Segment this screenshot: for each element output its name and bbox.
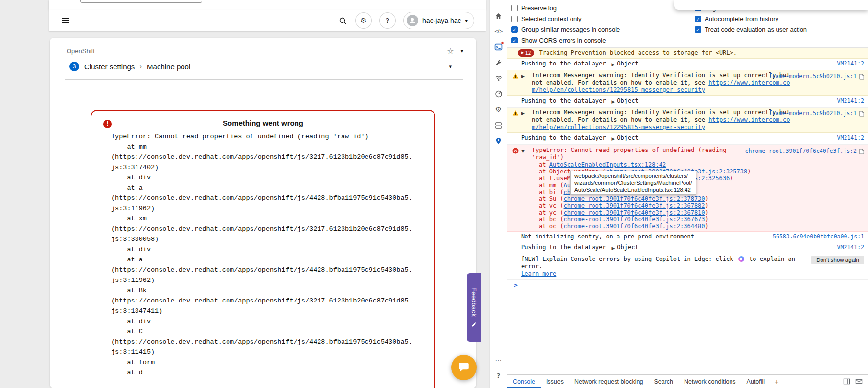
- network-icon[interactable]: [492, 71, 505, 85]
- masthead-search-input[interactable]: [80, 0, 202, 3]
- stack-frame: at oc (chrome-root.3901f70f6c40fe3f.js:2…: [539, 223, 751, 230]
- tab-network-conditions[interactable]: Network conditions: [679, 375, 741, 388]
- performance-icon[interactable]: [492, 87, 505, 101]
- stack-frame-link[interactable]: AutoScaleEnabledInputs.tsx:128:42: [549, 161, 666, 168]
- tab-network-request-blocking[interactable]: Network request blocking: [569, 375, 648, 388]
- object-label[interactable]: Object: [617, 97, 638, 105]
- object-label[interactable]: Object: [617, 244, 638, 251]
- chat-bubble-icon: [457, 361, 470, 374]
- expand-message-icon[interactable]: ▶: [521, 110, 525, 117]
- play-icon: ▶: [521, 49, 524, 57]
- favorite-star-icon[interactable]: ☆: [447, 46, 454, 56]
- help-button[interactable]: ?: [379, 12, 396, 29]
- checkbox-preserve-log[interactable]: Preserve log: [511, 4, 695, 12]
- console-message-tracking: ▶12 Tracking Prevention blocked access t…: [507, 48, 868, 59]
- console-tool-icon[interactable]: [492, 40, 505, 54]
- source-location-link[interactable]: VM2141:2: [831, 134, 864, 142]
- source-location-link[interactable]: 56583.6c94e0b0fbfc0a00.js:1: [767, 233, 864, 240]
- card-options-caret-icon[interactable]: ▾: [460, 48, 463, 54]
- chat-launcher-button[interactable]: [451, 355, 477, 380]
- tab-console[interactable]: Console: [507, 375, 541, 388]
- object-label[interactable]: Object: [617, 60, 638, 67]
- error-circle-icon: [512, 148, 519, 156]
- stack-frame: at yc (chrome-root.3901f70f6c40fe3f.js:2…: [539, 209, 751, 216]
- pencil-icon: [471, 322, 477, 327]
- checkbox-box: [695, 16, 701, 22]
- collapse-message-icon[interactable]: ▼: [521, 148, 525, 155]
- breadcrumb-machine-pool: Machine pool: [147, 63, 190, 71]
- gear-icon: ⚙: [360, 16, 366, 25]
- source-location-link[interactable]: chrome-root.3901f70f6c40fe3f.js:2: [745, 148, 857, 155]
- source-map-tooltip: webpack://openshift/src/components/clust…: [570, 171, 696, 195]
- console-message-copilot: [NEW] Explain Console errors by using Co…: [507, 254, 868, 280]
- feedback-mail-icon[interactable]: [853, 375, 865, 388]
- tab-search[interactable]: Search: [648, 375, 679, 388]
- stack-frame: at vc (chrome-root.3901f70f6c40fe3f.js:2…: [539, 202, 751, 209]
- search-button[interactable]: [338, 16, 348, 26]
- warning-triangle-icon: [512, 110, 519, 118]
- more-tools-icon[interactable]: ⋯: [492, 353, 505, 366]
- search-icon: [339, 17, 347, 25]
- dock-layout-icon[interactable]: [841, 375, 853, 388]
- expand-message-icon[interactable]: ▶: [521, 73, 525, 80]
- repeat-count-badge[interactable]: ▶12: [518, 49, 534, 57]
- breadcrumb: 3 Cluster settings › Machine pool ▾: [50, 56, 476, 71]
- source-location-link[interactable]: frame-modern.5c9b0210.js:1: [769, 73, 857, 80]
- settings-gear-icon[interactable]: ⚙: [492, 103, 505, 116]
- error-message-text: 'raw_id'): [532, 154, 751, 161]
- elements-icon[interactable]: </>: [492, 24, 505, 38]
- source-location-link[interactable]: frame-modern.5c9b0210.js:1: [769, 110, 857, 117]
- checkbox-box: [511, 16, 518, 22]
- console-prompt[interactable]: >: [507, 280, 868, 290]
- console-message-intercom: ▶ Intercom Messenger warning: Identity V…: [507, 108, 868, 133]
- stack-frame-link[interactable]: chrome-root.3901f70f6c40fe3f.js:2:378730: [564, 195, 705, 202]
- checkbox-treat-code-eval[interactable]: Treat code evaluation as user action: [695, 26, 807, 33]
- checkbox-group-similar[interactable]: Group similar messages in console: [511, 26, 695, 33]
- message-text: Pushing to the dataLayer: [521, 244, 606, 251]
- tab-issues[interactable]: Issues: [541, 375, 569, 388]
- expand-object-icon[interactable]: ▶: [611, 98, 615, 106]
- checkbox-selected-context-only[interactable]: Selected context only: [511, 15, 695, 22]
- message-text: Not initalizing sentry, on a pre-prod en…: [521, 233, 694, 240]
- source-location-link[interactable]: VM2141:2: [831, 97, 864, 105]
- stack-frame-link[interactable]: chrome-root.3901f70f6c40fe3f.js:2:367882: [564, 202, 705, 209]
- expand-object-icon[interactable]: ▶: [611, 61, 615, 68]
- checkbox-box: [695, 26, 701, 33]
- add-tab-button[interactable]: +: [770, 375, 783, 388]
- application-icon[interactable]: [492, 118, 505, 132]
- source-location-link[interactable]: VM2141:2: [831, 60, 864, 67]
- console-message-datalayer: Pushing to the dataLayer ▶ Object VM2141…: [507, 96, 868, 108]
- expand-object-icon[interactable]: ▶: [611, 245, 615, 252]
- home-icon[interactable]: [492, 9, 505, 22]
- card-header: OpenShift ☆ ▾: [50, 38, 476, 56]
- error-title: Something went wrong: [91, 119, 434, 127]
- user-menu[interactable]: hac-jaya hac ▾: [403, 12, 474, 29]
- dont-show-again-button[interactable]: Don't show again: [811, 256, 864, 264]
- help-icon[interactable]: ?: [492, 368, 505, 382]
- console-message-datalayer: Pushing to the dataLayer ▶ Object VM2141…: [507, 59, 868, 70]
- stack-frame-link[interactable]: chrome-root.3901f70f6c40fe3f.js:2:367673: [564, 216, 705, 223]
- expand-object-icon[interactable]: ▶: [611, 135, 615, 143]
- tab-autofill[interactable]: Autofill: [741, 375, 771, 388]
- object-label[interactable]: Object: [617, 134, 638, 142]
- console-message-datalayer: Pushing to the dataLayer ▶ Object VM2141…: [507, 133, 868, 145]
- devtools-console-panel: Preserve log Selected context only Group…: [507, 0, 868, 388]
- stack-frame-link[interactable]: chrome-root.3901f70f6c40fe3f.js:2:367810: [564, 209, 705, 216]
- error-stack-trace: TypeError: Cannot read properties of und…: [111, 131, 429, 378]
- checkbox-autocomplete-history[interactable]: Autocomplete from history: [695, 15, 807, 22]
- settings-button[interactable]: ⚙: [355, 12, 372, 29]
- stack-frame-link[interactable]: chrome-root.3901f70f6c40fe3f.js:2:364480: [564, 223, 705, 230]
- learn-more-link[interactable]: Learn more: [521, 270, 556, 277]
- extension-pin-icon[interactable]: [492, 134, 505, 148]
- checkbox-show-cors[interactable]: Show CORS errors in console: [511, 37, 695, 44]
- masthead-popover-panel: [674, 0, 868, 10]
- devtools-activity-bar: </> ⚙ ⋯ ?: [489, 0, 507, 388]
- wrench-icon[interactable]: [492, 56, 505, 69]
- error-badge: [501, 41, 504, 45]
- feedback-button[interactable]: Feedback: [467, 273, 481, 342]
- source-location-link[interactable]: VM2141:2: [831, 244, 864, 251]
- menu-toggle-button[interactable]: [60, 16, 71, 25]
- wizard-step-dropdown-caret-icon[interactable]: ▾: [449, 64, 452, 70]
- question-icon: ?: [386, 17, 389, 24]
- breadcrumb-cluster-settings[interactable]: Cluster settings: [84, 63, 135, 71]
